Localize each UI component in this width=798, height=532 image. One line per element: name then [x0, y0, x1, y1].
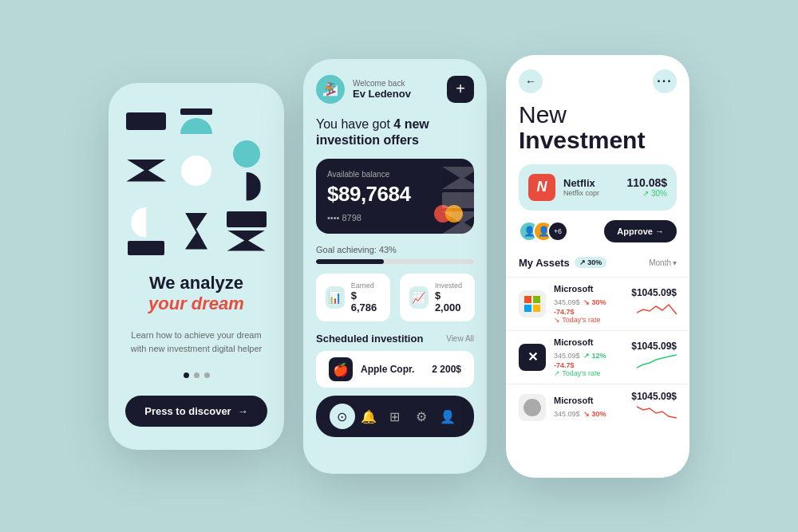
- asset-item-2: ✕ Microsoft 345.09$ ↗ 12% -74.7$ ↗ Today…: [506, 330, 689, 384]
- assets-title: My Assets ↗ 30%: [519, 257, 606, 269]
- schedule-value: 2 200$: [432, 364, 461, 375]
- earned-icon: 📊: [326, 286, 345, 309]
- user-info: 🏂 Welcome back Ev Ledenov: [316, 75, 411, 104]
- nav-settings[interactable]: ⚙: [409, 404, 434, 429]
- shape-rect-top: [126, 112, 166, 130]
- phone1-headline: We analyze your dream: [148, 273, 244, 315]
- asset-item-1: Microsoft 345.09$ ↘ 30% -74.7$ ↘ Today's…: [506, 277, 689, 330]
- invested-value: $ 2,000: [435, 290, 465, 313]
- earned-label: Earned: [351, 282, 381, 290]
- asset-price-3: $1045.09$: [631, 391, 677, 424]
- earned-value: $ 6,786: [351, 290, 381, 313]
- x-logo: ✕: [519, 344, 546, 371]
- asset-info-2: Microsoft 345.09$ ↗ 12% -74.7$ ↗ Today's…: [554, 337, 623, 377]
- goal-progress-bar: [316, 259, 474, 264]
- netflix-logo: N: [528, 174, 555, 201]
- nav-home[interactable]: ⊙: [330, 404, 355, 429]
- shape-circle-half: [232, 140, 261, 201]
- nav-profile[interactable]: 👤: [435, 404, 460, 429]
- dot-2: [194, 372, 200, 378]
- investment-header: ← ···: [506, 55, 689, 100]
- approve-button[interactable]: Approve →: [604, 220, 677, 242]
- user-details: Welcome back Ev Ledenov: [353, 79, 411, 100]
- back-button[interactable]: ←: [519, 69, 543, 93]
- goal-label: Goal achieving: 43%: [316, 245, 474, 254]
- goal-section: Goal achieving: 43%: [303, 245, 487, 274]
- month-select[interactable]: Month ▾: [649, 258, 677, 267]
- asset-info-1: Microsoft 345.09$ ↘ 30% -74.7$ ↘ Today's…: [554, 284, 623, 324]
- netflix-change: ↗ 30%: [626, 189, 667, 198]
- analyze-text: We analyze: [148, 273, 244, 294]
- card-decoration: [442, 167, 474, 234]
- page-title: New Investment: [506, 100, 689, 164]
- generic-logo: [519, 394, 546, 421]
- dream-text: your dream: [148, 294, 244, 314]
- dot-1: [184, 372, 189, 378]
- asset-price-2: $1045.09$: [631, 341, 677, 374]
- title-new: New: [519, 103, 677, 127]
- sparkline-1: [637, 298, 677, 317]
- avatar: 🏂: [316, 75, 345, 104]
- pagination-dots: [184, 372, 210, 378]
- asset-info-3: Microsoft 345.09$ ↘ 30%: [554, 396, 623, 420]
- shape-semicircle: [180, 118, 212, 134]
- scheduled-title: Scheduled investition: [316, 333, 423, 345]
- nav-grid[interactable]: ⊞: [382, 404, 408, 429]
- invested-label: Invested: [435, 282, 465, 290]
- sparkline-2: [637, 352, 677, 371]
- my-assets-header: My Assets ↗ 30% Month ▾: [506, 254, 689, 277]
- view-all-button[interactable]: View All: [446, 334, 474, 343]
- invested-icon: 📈: [409, 286, 429, 309]
- user-name: Ev Ledenov: [353, 88, 411, 100]
- offers-text: You have got 4 newinvestition offers: [303, 113, 487, 160]
- netflix-card: N Netflix Netflix copr 110.08$ ↗ 30%: [519, 164, 677, 211]
- dot-3: [204, 372, 210, 378]
- shape-group-2: [180, 108, 212, 134]
- shape-group-6: [227, 211, 267, 251]
- welcome-label: Welcome back: [353, 79, 411, 88]
- phone-dashboard: 🏂 Welcome back Ev Ledenov + You have got…: [303, 59, 487, 474]
- phone1-subtext: Learn how to achieve your dream with new…: [124, 329, 268, 355]
- sparkline-3: [637, 402, 677, 421]
- shape-bar: [180, 108, 212, 115]
- stats-row: 📊 Earned $ 6,786 📈 Invested $ 2,000: [303, 274, 487, 333]
- approve-row: 👤 👤 +6 Approve →: [506, 220, 689, 254]
- title-investment: Investment: [519, 127, 677, 153]
- add-button[interactable]: +: [447, 76, 474, 103]
- goal-progress-fill: [316, 259, 384, 264]
- phone-investment: ← ··· New Investment N Netflix Netflix c…: [506, 55, 689, 478]
- shape-bowtie-1: [126, 160, 166, 182]
- schedule-name: Apple Copr.: [361, 364, 414, 375]
- microsoft-logo-1: [519, 290, 546, 317]
- shape-group-4: [128, 207, 164, 255]
- netflix-name: Netflix: [563, 177, 599, 189]
- shapes-decoration: [124, 108, 268, 255]
- phone-onboarding: We analyze your dream Learn how to achie…: [109, 83, 284, 450]
- netflix-sub: Netflix copr: [563, 189, 599, 197]
- balance-card: Available balance $89,7684 •••• 8798: [316, 159, 474, 234]
- netflix-price-value: 110.08$: [626, 176, 667, 189]
- earned-stat: 📊 Earned $ 6,786: [316, 274, 390, 321]
- more-button[interactable]: ···: [653, 69, 677, 93]
- scheduled-header: Scheduled investition View All: [303, 333, 487, 351]
- bottom-nav: ⊙ 🔔 ⊞ ⚙ 👤: [316, 396, 474, 437]
- invested-stat: 📈 Invested $ 2,000: [400, 274, 475, 321]
- shape-group-5: [185, 213, 207, 250]
- avatar-count: +6: [547, 221, 568, 242]
- shape-group-1: [126, 112, 166, 130]
- arrow-icon: →: [238, 405, 248, 417]
- discover-button[interactable]: Press to discover →: [125, 396, 267, 427]
- asset-price-1: $1045.09$: [631, 287, 677, 321]
- avatar-stack: 👤 👤 +6: [519, 221, 562, 242]
- scheduled-item: 🍎 Apple Copr. 2 200$: [316, 351, 474, 388]
- apple-icon: 🍎: [329, 357, 353, 381]
- assets-badge: ↗ 30%: [575, 257, 607, 268]
- dashboard-header: 🏂 Welcome back Ev Ledenov +: [303, 59, 487, 113]
- netflix-price: 110.08$ ↗ 30%: [626, 176, 667, 198]
- asset-item-3: Microsoft 345.09$ ↘ 30% $1045.09$: [506, 384, 689, 431]
- shape-rect-mid: [181, 156, 211, 186]
- chevron-down-icon: ▾: [673, 258, 677, 267]
- netflix-info: Netflix Netflix copr: [563, 177, 599, 197]
- nav-bell[interactable]: 🔔: [356, 404, 381, 429]
